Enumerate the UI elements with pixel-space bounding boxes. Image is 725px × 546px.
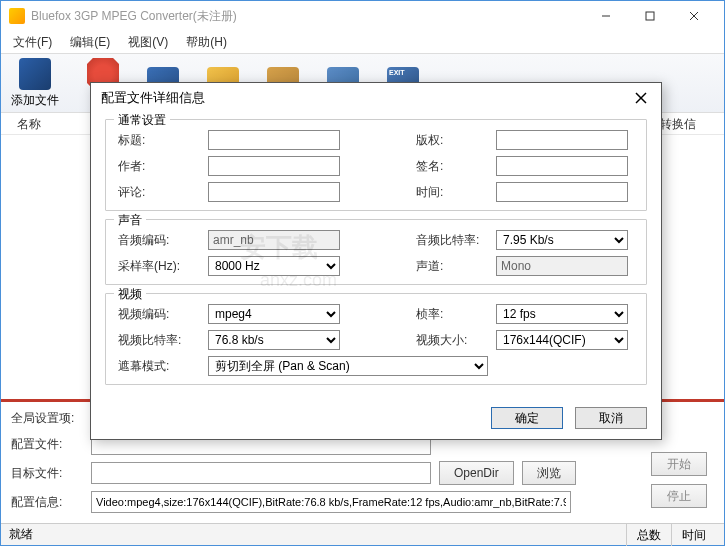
cancel-button[interactable]: 取消 bbox=[575, 407, 647, 429]
menu-edit[interactable]: 编辑(E) bbox=[62, 32, 118, 53]
audio-legend: 声音 bbox=[114, 212, 146, 229]
window-title: Bluefox 3GP MPEG Converter(未注册) bbox=[31, 8, 584, 25]
general-group: 通常设置 标题: 版权: 作者: 签名: 评论: 时间: bbox=[105, 119, 647, 211]
video-size-label: 视频大小: bbox=[416, 332, 482, 349]
video-size-select[interactable]: 176x144(QCIF) bbox=[496, 330, 628, 350]
audio-codec-field bbox=[208, 230, 340, 250]
video-bitrate-select[interactable]: 76.8 kb/s bbox=[208, 330, 340, 350]
statusbar: 就绪 总数 时间 bbox=[1, 523, 724, 545]
col-status[interactable]: 转换信 bbox=[654, 113, 714, 134]
title-label: 标题: bbox=[118, 132, 194, 149]
video-legend: 视频 bbox=[114, 286, 146, 303]
stop-button[interactable]: 停止 bbox=[651, 484, 707, 508]
svg-rect-1 bbox=[646, 12, 654, 20]
comment-input[interactable] bbox=[208, 182, 340, 202]
profile-detail-dialog: 配置文件详细信息 通常设置 标题: 版权: 作者: 签名: 评论: 时间 bbox=[90, 82, 662, 440]
author-label: 作者: bbox=[118, 158, 194, 175]
add-icon bbox=[19, 58, 51, 90]
status-ready: 就绪 bbox=[9, 526, 626, 543]
sign-input[interactable] bbox=[496, 156, 628, 176]
title-input[interactable] bbox=[208, 130, 340, 150]
video-codec-label: 视频编码: bbox=[118, 306, 194, 323]
add-label: 添加文件 bbox=[11, 92, 59, 109]
maximize-button[interactable] bbox=[628, 2, 672, 30]
fps-label: 桢率: bbox=[416, 306, 482, 323]
audio-bitrate-select[interactable]: 7.95 Kb/s bbox=[496, 230, 628, 250]
sign-label: 签名: bbox=[416, 158, 482, 175]
ok-button[interactable]: 确定 bbox=[491, 407, 563, 429]
dialog-title-text: 配置文件详细信息 bbox=[101, 89, 631, 107]
menu-help[interactable]: 帮助(H) bbox=[178, 32, 235, 53]
video-bitrate-label: 视频比特率: bbox=[118, 332, 194, 349]
minimize-button[interactable] bbox=[584, 2, 628, 30]
profile-label: 配置文件: bbox=[11, 436, 83, 453]
channel-field bbox=[496, 256, 628, 276]
menu-view[interactable]: 视图(V) bbox=[120, 32, 176, 53]
target-input[interactable] bbox=[91, 462, 431, 484]
dialog-close-button[interactable] bbox=[631, 88, 651, 108]
menubar: 文件(F) 编辑(E) 视图(V) 帮助(H) bbox=[1, 31, 724, 53]
close-button[interactable] bbox=[672, 2, 716, 30]
status-time: 时间 bbox=[671, 524, 716, 546]
mask-label: 遮幕模式: bbox=[118, 358, 194, 375]
info-label: 配置信息: bbox=[11, 494, 83, 511]
time-input[interactable] bbox=[496, 182, 628, 202]
copyright-label: 版权: bbox=[416, 132, 482, 149]
copyright-input[interactable] bbox=[496, 130, 628, 150]
browse-button[interactable]: 浏览 bbox=[522, 461, 576, 485]
audio-codec-label: 音频编码: bbox=[118, 232, 194, 249]
target-label: 目标文件: bbox=[11, 465, 83, 482]
general-legend: 通常设置 bbox=[114, 112, 170, 129]
start-button[interactable]: 开始 bbox=[651, 452, 707, 476]
app-icon bbox=[9, 8, 25, 24]
audio-bitrate-label: 音频比特率: bbox=[416, 232, 482, 249]
titlebar: Bluefox 3GP MPEG Converter(未注册) bbox=[1, 1, 724, 31]
add-file-button[interactable]: 添加文件 bbox=[11, 58, 59, 109]
samplerate-label: 采样率(Hz): bbox=[118, 258, 194, 275]
status-total: 总数 bbox=[626, 524, 671, 546]
info-input[interactable] bbox=[91, 491, 571, 513]
opendir-button[interactable]: OpenDir bbox=[439, 461, 514, 485]
author-input[interactable] bbox=[208, 156, 340, 176]
channel-label: 声道: bbox=[416, 258, 482, 275]
audio-group: 声音 音频编码: 音频比特率: 7.95 Kb/s 采样率(Hz): 8000 … bbox=[105, 219, 647, 285]
mask-select[interactable]: 剪切到全屏 (Pan & Scan) bbox=[208, 356, 488, 376]
fps-select[interactable]: 12 fps bbox=[496, 304, 628, 324]
dialog-titlebar: 配置文件详细信息 bbox=[91, 83, 661, 113]
comment-label: 评论: bbox=[118, 184, 194, 201]
video-codec-select[interactable]: mpeg4 bbox=[208, 304, 340, 324]
samplerate-select[interactable]: 8000 Hz bbox=[208, 256, 340, 276]
menu-file[interactable]: 文件(F) bbox=[5, 32, 60, 53]
section-label: 全局设置项: bbox=[11, 410, 74, 427]
time-label: 时间: bbox=[416, 184, 482, 201]
video-group: 视频 视频编码: mpeg4 桢率: 12 fps 视频比特率: 76.8 kb… bbox=[105, 293, 647, 385]
